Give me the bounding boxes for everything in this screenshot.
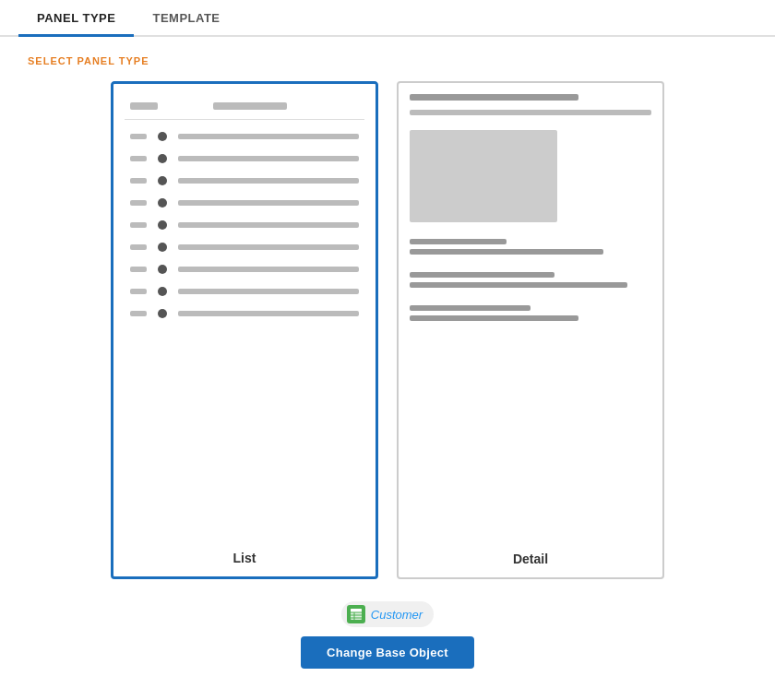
list-row <box>125 280 364 303</box>
row-dash <box>130 222 147 228</box>
detail-title-bar <box>410 94 578 101</box>
row-dot <box>158 176 167 185</box>
panel-cards-container: List Detail <box>28 81 747 579</box>
list-header <box>125 95 364 120</box>
row-dot <box>158 243 167 252</box>
list-mockup <box>125 95 364 541</box>
row-dot <box>158 132 167 141</box>
row-line <box>178 134 359 139</box>
change-base-object-button[interactable]: Change Base Object <box>301 636 474 669</box>
detail-card-label: Detail <box>410 542 651 566</box>
row-dash <box>130 311 147 316</box>
tabs-container: PANEL TYPE TEMPLATE <box>0 0 775 37</box>
detail-bar <box>410 239 507 244</box>
row-line <box>178 178 359 184</box>
label-suffix: TYPE <box>115 55 149 66</box>
row-line <box>178 200 359 206</box>
row-line <box>178 267 359 272</box>
panel-card-detail[interactable]: Detail <box>397 81 664 579</box>
svg-rect-1 <box>351 609 362 612</box>
detail-bar <box>410 282 627 288</box>
label-prefix: SELECT <box>28 55 77 66</box>
row-dash <box>130 267 147 272</box>
list-row <box>125 170 364 192</box>
row-dot <box>158 220 167 230</box>
row-dash <box>130 134 147 139</box>
base-object-badge: Customer <box>341 601 434 627</box>
list-row <box>125 214 364 236</box>
table-icon <box>347 605 365 623</box>
list-row <box>125 192 364 214</box>
list-row <box>125 148 364 170</box>
row-line <box>178 156 359 161</box>
label-highlight: PANEL <box>77 55 114 66</box>
row-dot <box>158 154 167 163</box>
tab-bar: PANEL TYPE TEMPLATE <box>0 0 775 37</box>
list-row <box>125 125 364 148</box>
row-dash <box>130 289 147 294</box>
detail-bar <box>410 249 603 255</box>
main-content: SELECT PANEL TYPE <box>0 55 775 669</box>
row-line <box>178 289 359 294</box>
row-dash <box>130 156 147 161</box>
detail-bar <box>410 272 554 278</box>
base-object-name: Customer <box>371 608 423 622</box>
row-dot <box>158 265 167 274</box>
row-dot <box>158 309 167 318</box>
row-dash <box>130 244 147 250</box>
detail-bar <box>410 305 531 311</box>
header-bar-long <box>213 102 287 110</box>
detail-bar <box>410 315 578 321</box>
row-dash <box>130 200 147 206</box>
row-dot <box>158 287 167 296</box>
section-label: SELECT PANEL TYPE <box>28 55 747 66</box>
list-row <box>125 236 364 258</box>
bottom-area: Customer Change Base Object <box>28 601 747 669</box>
detail-section-2 <box>410 272 651 292</box>
list-card-label: List <box>125 541 364 565</box>
detail-image-placeholder <box>410 130 557 222</box>
row-dash <box>130 178 147 184</box>
tab-panel-type[interactable]: PANEL TYPE <box>18 0 134 37</box>
detail-subtitle-bar <box>410 110 651 115</box>
detail-section-1 <box>410 239 651 259</box>
row-dot <box>158 198 167 208</box>
header-bar-short <box>130 102 158 110</box>
row-line <box>178 222 359 228</box>
list-row <box>125 303 364 325</box>
panel-card-list[interactable]: List <box>111 81 378 579</box>
list-row <box>125 258 364 280</box>
row-line <box>178 311 359 316</box>
detail-mockup <box>410 94 651 542</box>
detail-section-3 <box>410 305 651 326</box>
row-line <box>178 244 359 250</box>
tab-template[interactable]: TEMPLATE <box>134 0 238 37</box>
